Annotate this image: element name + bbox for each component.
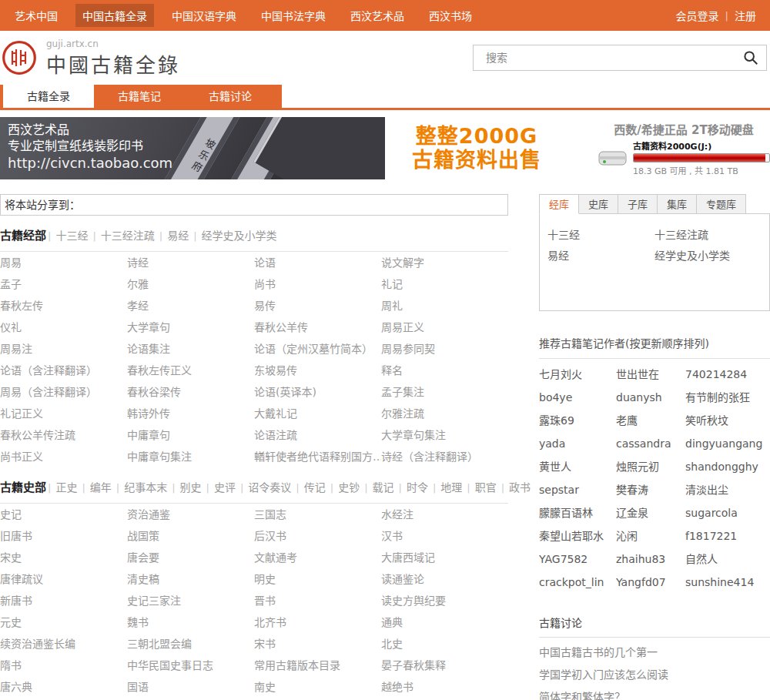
book-link[interactable]: 尚书正义 [0,446,127,467]
library-tab[interactable]: 史库 [579,194,618,214]
author-link[interactable]: 黄世人 [539,455,616,478]
book-link[interactable]: 文献通考 [254,547,381,568]
topnav-link[interactable]: 艺术中国 [8,4,65,27]
book-link[interactable]: 隋书 [0,655,127,676]
book-link[interactable]: 孝经 [127,295,254,317]
book-link[interactable]: 尚书 [254,273,381,295]
author-link[interactable]: 笑听秋坟 [685,409,770,432]
book-link[interactable]: 唐六典 [0,676,127,698]
author-link[interactable]: 有节制的张狂 [685,386,770,409]
library-tab[interactable]: 专题库 [697,194,746,214]
book-link[interactable]: 晏子春秋集释 [381,655,508,676]
book-link[interactable]: 宋史 [0,547,127,568]
book-link[interactable]: 春秋公羊传注疏 [0,424,127,446]
book-link[interactable]: 汉书 [381,525,508,547]
book-link[interactable]: 旧唐书 [0,525,127,547]
site-logo[interactable]: guji.artx.cn 中國古籍全錄 [2,39,180,78]
book-link[interactable]: 读通鉴论 [381,568,508,590]
author-link[interactable]: 七月刘火 [539,363,616,386]
author-link[interactable]: 沁闲 [616,524,685,548]
library-tab[interactable]: 子库 [618,194,658,214]
subcategory-link[interactable]: 史评 [214,481,236,494]
book-link[interactable]: 中庸章句集注 [127,446,254,467]
main-tab[interactable]: 古籍全录 [3,85,94,108]
book-link[interactable]: 唐律疏议 [0,568,127,590]
category-link[interactable]: 十三经 [547,226,654,243]
book-link[interactable]: 元史 [0,611,127,633]
book-link[interactable]: 南史 [254,676,381,698]
book-link[interactable]: 晋书 [254,590,381,611]
book-link[interactable]: 通典 [381,611,508,633]
author-link[interactable]: 清淡出尘 [685,478,770,501]
book-link[interactable]: 诗经（含注释翻译） [381,446,508,467]
book-link[interactable]: 三国志 [254,504,381,525]
book-link[interactable]: 尔雅注疏 [381,403,508,424]
author-link[interactable]: dingyuangang [685,432,770,455]
subcategory-link[interactable]: 诏令奏议 [248,481,291,494]
book-link[interactable]: 魏书 [127,611,254,633]
subcategory-link[interactable]: 时令 [407,481,428,494]
register-link[interactable]: 注册 [728,8,762,23]
book-link[interactable]: 大戴礼记 [254,403,381,424]
author-link[interactable]: Yangfd07 [616,571,685,594]
book-link[interactable]: 读史方舆纪要 [381,590,508,611]
book-link[interactable]: 后汉书 [254,525,381,547]
book-link[interactable]: 周礼 [381,295,508,317]
author-link[interactable]: zhaihu83 [616,548,685,571]
subcategory-link[interactable]: 纪事本末 [124,481,167,494]
author-link[interactable]: 自然人 [685,548,770,571]
book-link[interactable]: 宋书 [254,633,381,655]
author-link[interactable]: 老鹰 [616,409,685,432]
author-link[interactable]: 露珠69 [539,409,616,432]
book-link[interactable]: 礼记正义 [0,403,127,424]
subcategory-link[interactable]: 职官 [475,481,497,494]
subcategory-link[interactable]: 十三经 [55,229,88,242]
book-link[interactable]: 水经注 [381,504,508,525]
book-link[interactable]: 诗经 [127,252,254,273]
author-link[interactable]: 740214284 [685,363,770,386]
topnav-link[interactable]: 中国汉语字典 [165,4,243,27]
book-link[interactable]: 说文解字 [381,252,508,273]
author-link[interactable]: bo4ye [539,386,616,409]
book-link[interactable]: 礼记 [381,273,508,295]
main-tab[interactable]: 古籍笔记 [94,85,185,108]
book-link[interactable]: 韩诗外传 [127,403,254,424]
book-link[interactable]: 周易（含注释翻译） [0,381,127,403]
book-link[interactable]: 论语集注 [127,338,254,360]
library-tab[interactable]: 集库 [658,194,697,214]
book-link[interactable]: 春秋左传 [0,295,127,317]
book-link[interactable]: 春秋公羊传 [254,317,381,338]
subcategory-link[interactable]: 地理 [440,481,462,494]
main-tab[interactable]: 古籍讨论 [185,85,276,108]
topnav-link[interactable]: 中国古籍全录 [75,4,154,27]
subcategory-link[interactable]: 传记 [304,481,326,494]
book-link[interactable]: 越绝书 [381,676,508,698]
book-link[interactable]: 春秋左传正义 [127,360,254,381]
subcategory-link[interactable]: 别史 [180,481,202,494]
author-link[interactable]: 秦望山若耶水 [539,524,616,548]
book-link[interactable]: 明史 [254,568,381,590]
book-link[interactable]: 论语注疏 [254,424,381,446]
author-link[interactable]: 朦朦百语林 [539,501,616,524]
topnav-link[interactable]: 西汶艺术品 [343,4,411,27]
author-link[interactable]: f1817221 [685,524,770,548]
book-link[interactable]: 释名 [381,360,508,381]
subcategory-link[interactable]: 史钞 [338,481,360,494]
book-link[interactable]: 大唐西域记 [381,547,508,568]
book-link[interactable]: 战国策 [127,525,254,547]
banner-ad-books[interactable]: 坡乐府 乐坡乐 西汶艺术品 专业定制宣纸线装影印书 http://civcn.t… [0,117,385,179]
book-link[interactable]: 大学章句集注 [381,424,508,446]
book-link[interactable]: 三朝北盟会编 [127,633,254,655]
author-link[interactable]: crackpot_lin [539,571,616,594]
book-link[interactable]: 大学章句 [127,317,254,338]
book-link[interactable]: 周易参同契 [381,338,508,360]
book-link[interactable]: 中庸章句 [127,424,254,446]
author-link[interactable]: YAG7582 [539,548,616,571]
book-link[interactable]: 北齐书 [254,611,381,633]
subcategory-link[interactable]: 编年 [90,481,112,494]
author-link[interactable]: 世出世在 [616,363,685,386]
book-link[interactable]: 国语 [127,676,254,698]
category-link[interactable]: 十三经注疏 [654,226,762,243]
subcategory-link[interactable]: 正史 [55,481,77,494]
subcategory-link[interactable]: 十三经注疏 [101,229,155,242]
